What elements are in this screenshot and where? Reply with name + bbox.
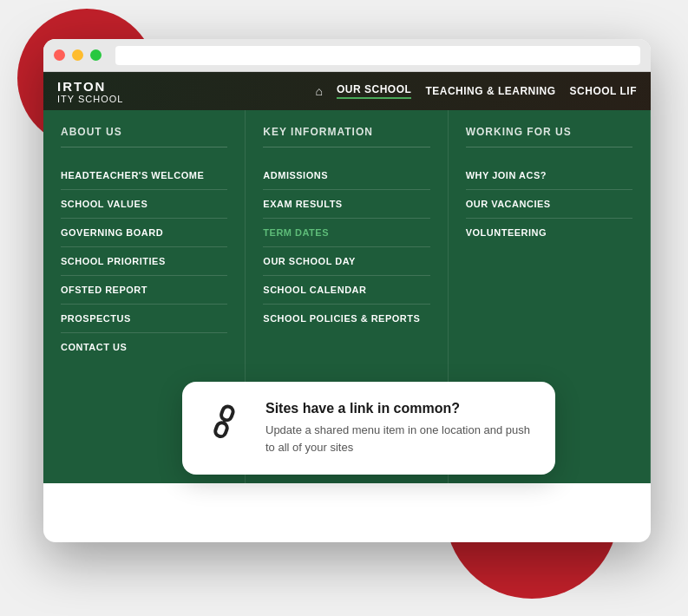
- address-bar[interactable]: [115, 46, 640, 65]
- tooltip-desc: Update a shared menu item in one locatio…: [265, 422, 534, 455]
- link-icon: [193, 390, 260, 459]
- menu-item-school-priorities[interactable]: SCHOOL PRIORITIES: [61, 247, 227, 276]
- menu-item-term-dates[interactable]: TERM DATES: [263, 219, 429, 247]
- menu-item-ofsted-report[interactable]: OFSTED REPORT: [61, 276, 227, 305]
- traffic-light-yellow[interactable]: [72, 49, 83, 61]
- school-header: IRTON ITY SCHOOL ⌂ OUR SCHOOL TEACHING &…: [43, 72, 651, 110]
- school-name-bottom: ITY SCHOOL: [57, 94, 123, 104]
- dropdown-area: ABOUT US HEADTEACHER'S WELCOME SCHOOL VA…: [43, 110, 651, 483]
- menu-item-admissions[interactable]: ADMISSIONS: [263, 161, 429, 190]
- menu-item-our-vacancies[interactable]: OUR VACANCIES: [466, 190, 632, 219]
- svg-rect-1: [220, 404, 234, 421]
- browser-chrome: [43, 39, 651, 72]
- menu-item-school-values[interactable]: SCHOOL VALUES: [61, 190, 227, 219]
- traffic-light-red[interactable]: [54, 49, 65, 61]
- menu-item-our-school-day[interactable]: OUR SCHOOL DAY: [263, 247, 429, 276]
- menu-item-contact-us[interactable]: CONTACT US: [61, 333, 227, 361]
- menu-item-volunteering[interactable]: VOLUNTEERING: [466, 219, 632, 246]
- column-header-about-us: ABOUT US: [61, 126, 227, 147]
- browser-window: IRTON ITY SCHOOL ⌂ OUR SCHOOL TEACHING &…: [43, 39, 651, 542]
- home-icon[interactable]: ⌂: [316, 84, 323, 98]
- menu-item-why-join[interactable]: WHY JOIN ACS?: [466, 161, 632, 190]
- column-header-working-for-us: WORKING FOR US: [466, 126, 632, 147]
- browser-content: IRTON ITY SCHOOL ⌂ OUR SCHOOL TEACHING &…: [43, 72, 651, 542]
- menu-item-school-policies[interactable]: SCHOOL POLICIES & REPORTS: [263, 305, 429, 332]
- menu-item-exam-results[interactable]: EXAM RESULTS: [263, 190, 429, 219]
- column-header-key-info: KEY INFORMATION: [263, 126, 429, 147]
- menu-item-headteacher[interactable]: HEADTEACHER'S WELCOME: [61, 161, 227, 190]
- school-logo: IRTON ITY SCHOOL: [57, 79, 123, 104]
- tooltip-popup: Sites have a link in common? Update a sh…: [182, 382, 555, 475]
- svg-rect-0: [214, 421, 229, 437]
- link-icon-wrapper: [203, 401, 250, 448]
- tooltip-text-area: Sites have a link in common? Update a sh…: [265, 401, 534, 455]
- menu-item-governing-board[interactable]: GOVERNING BOARD: [61, 219, 227, 247]
- menu-item-school-calendar[interactable]: SCHOOL CALENDAR: [263, 276, 429, 305]
- menu-item-prospectus[interactable]: PROSPECTUS: [61, 305, 227, 333]
- scene: IRTON ITY SCHOOL ⌂ OUR SCHOOL TEACHING &…: [0, 0, 688, 616]
- svg-line-2: [224, 419, 225, 423]
- traffic-light-green[interactable]: [90, 49, 102, 61]
- nav-items: ⌂ OUR SCHOOL TEACHING & LEARNING SCHOOL …: [316, 83, 637, 99]
- school-name-top: IRTON: [57, 79, 123, 94]
- nav-item-school-life[interactable]: SCHOOL LIF: [570, 85, 637, 97]
- nav-item-teaching[interactable]: TEACHING & LEARNING: [425, 85, 555, 97]
- tooltip-title: Sites have a link in common?: [265, 401, 534, 416]
- nav-item-our-school[interactable]: OUR SCHOOL: [337, 83, 411, 99]
